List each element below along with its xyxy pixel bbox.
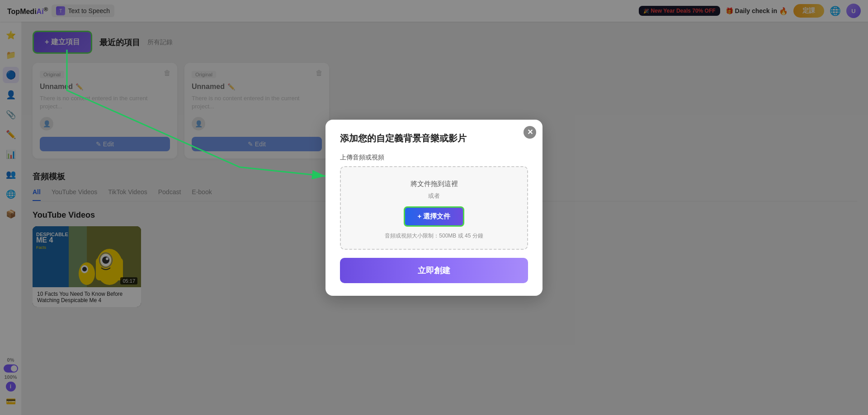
upload-modal: ✕ 添加您的自定義背景音樂或影片 上傳音頻或視頻 將文件拖到這裡 或者 + 選擇… (326, 120, 542, 296)
modal-overlay: ✕ 添加您的自定義背景音樂或影片 上傳音頻或視頻 將文件拖到這裡 或者 + 選擇… (0, 0, 868, 415)
create-now-button[interactable]: 立即創建 (340, 258, 528, 283)
or-text: 或者 (350, 192, 518, 200)
upload-section-label: 上傳音頻或視頻 (340, 154, 528, 162)
modal-title: 添加您的自定義背景音樂或影片 (340, 132, 528, 145)
modal-close-button[interactable]: ✕ (524, 126, 536, 139)
drag-area-title: 將文件拖到這裡 (350, 180, 518, 188)
upload-drop-area[interactable]: 將文件拖到這裡 或者 + 選擇文件 音頻或視頻大小限制：500MB 或 45 分… (340, 166, 528, 250)
upload-limit-text: 音頻或視頻大小限制：500MB 或 45 分鐘 (350, 232, 518, 240)
select-file-button[interactable]: + 選擇文件 (404, 206, 465, 227)
